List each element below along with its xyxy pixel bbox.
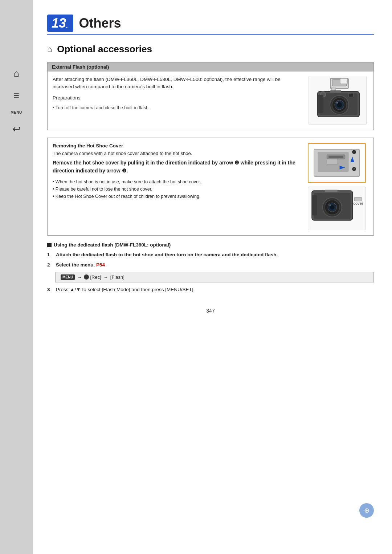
flash-section: External Flash (optional) After attachin… <box>47 62 374 130</box>
step-3-number: 3 <box>47 286 53 293</box>
svg-text:cover: cover <box>353 201 363 205</box>
preparations-label: Preparations: <box>53 94 301 102</box>
step-2-number: 2 <box>47 261 53 269</box>
next-page-arrow[interactable]: ⊕ <box>359 503 374 518</box>
step-2: 2 Select the menu. P54 <box>47 261 374 269</box>
sidebar: ⌂ ☰ MENU ↩ <box>0 0 33 554</box>
section-heading: ⌂ Optional accessories <box>47 44 374 55</box>
hotshoe-heading: Removing the Hot Shoe Cover <box>53 143 299 148</box>
hotshoe-bullets: When the hot shoe is not in use, make su… <box>53 178 299 200</box>
menu-arrow-2: → <box>103 274 108 280</box>
hotshoe-image-column: ❶ ❷ <box>305 143 368 230</box>
flash-camera-svg <box>310 78 365 123</box>
chapter-number-box: 13. <box>47 15 73 32</box>
hotshoe-subheading: The camera comes with a hot shoe cover a… <box>53 151 299 156</box>
home-icon[interactable]: ⌂ <box>8 65 24 81</box>
back-icon[interactable]: ↩ <box>8 121 24 137</box>
svg-rect-15 <box>318 95 323 113</box>
flash-image-column <box>307 76 368 125</box>
flash-camera-illustration <box>309 76 367 125</box>
chapter-divider <box>47 34 374 35</box>
flash-section-header: External Flash (optional) <box>48 62 373 72</box>
section-title: Optional accessories <box>57 44 152 55</box>
hotshoe-bullet-1: When the hot shoe is not in use, make su… <box>53 178 299 186</box>
hotshoe-section: Removing the Hot Shoe Cover The camera c… <box>47 138 374 236</box>
using-heading-text: Using the dedicated flash (DMW-FL360L: o… <box>54 242 171 248</box>
using-heading: Using the dedicated flash (DMW-FL360L: o… <box>47 242 374 248</box>
svg-point-10 <box>336 102 338 104</box>
flash-label: [Flash] <box>110 274 124 280</box>
main-content: 13. Others ⌂ Optional accessories Extern… <box>33 0 392 554</box>
svg-rect-33 <box>312 195 317 216</box>
svg-rect-12 <box>330 90 341 93</box>
using-section: Using the dedicated flash (DMW-FL360L: o… <box>47 242 374 293</box>
hotshoe-main-instruction: Remove the hot shoe cover by pulling it … <box>53 159 299 175</box>
contents-icon[interactable]: ☰ <box>8 88 24 104</box>
rec-badge: [Rec] <box>84 274 101 280</box>
step-1-text: Attach the dedicated flash to the hot sh… <box>56 251 374 258</box>
chapter-number: 13 <box>52 17 66 30</box>
hotshoe-bullet-2: Please be careful not to lose the hot sh… <box>53 186 299 193</box>
preparations-item: Turn off the camera and close the built-… <box>53 105 301 110</box>
chapter-header: 13. Others <box>47 15 374 32</box>
hotshoe-text-column: Removing the Hot Shoe Cover The camera c… <box>53 143 299 230</box>
hotshoe-illustration-1: ❶ ❷ <box>308 143 366 183</box>
rec-circle-icon <box>84 274 89 280</box>
svg-rect-19 <box>328 156 343 158</box>
flash-section-body: After attaching the flash (DMW-FL360L, D… <box>48 72 373 130</box>
flash-body-text: After attaching the flash (DMW-FL360L, D… <box>53 76 301 91</box>
svg-rect-32 <box>324 190 338 192</box>
svg-point-30 <box>330 205 334 209</box>
step-2-link[interactable]: P54 <box>96 262 105 268</box>
page-number: 347 <box>47 308 374 314</box>
step-3: 3 Press ▲/▼ to select [Flash Mode] and t… <box>47 286 374 293</box>
svg-text:❶: ❶ <box>351 149 356 155</box>
svg-text:❷: ❷ <box>351 167 356 172</box>
hotshoe-bullet-3: Keep the Hot Shoe Cover out of reach of … <box>53 193 299 200</box>
menu-label[interactable]: MENU <box>11 110 22 114</box>
svg-rect-3 <box>340 78 347 84</box>
svg-rect-24 <box>327 159 338 164</box>
hotshoe-svg-1: ❶ ❷ <box>309 144 365 182</box>
step-2-text-bold: Select the menu. P54 <box>56 262 105 268</box>
menu-path-box: MENU → [Rec] → [Flash] <box>55 272 374 282</box>
menu-badge: MENU <box>61 274 75 280</box>
svg-rect-11 <box>348 93 354 97</box>
chapter-title: Others <box>79 16 121 31</box>
chapter-dot: . <box>66 22 68 30</box>
svg-point-31 <box>329 204 331 206</box>
svg-rect-34 <box>354 197 362 201</box>
step-1-number: 1 <box>47 251 53 258</box>
hotshoe-svg-2: cover <box>308 187 366 229</box>
svg-rect-2 <box>331 88 336 91</box>
hotshoe-illustration-2: cover <box>308 187 366 230</box>
rec-label: [Rec] <box>90 274 101 280</box>
section-home-icon: ⌂ <box>47 45 52 54</box>
menu-arrow-1: → <box>77 274 82 280</box>
square-icon <box>47 243 52 247</box>
step-3-text: Press ▲/▼ to select [Flash Mode] and the… <box>56 286 374 293</box>
flash-text-column: After attaching the flash (DMW-FL360L, D… <box>53 76 301 125</box>
step-1: 1 Attach the dedicated flash to the hot … <box>47 251 374 258</box>
step-1-text-bold: Attach the dedicated flash to the hot sh… <box>56 252 278 257</box>
step-2-text: Select the menu. P54 <box>56 261 374 269</box>
